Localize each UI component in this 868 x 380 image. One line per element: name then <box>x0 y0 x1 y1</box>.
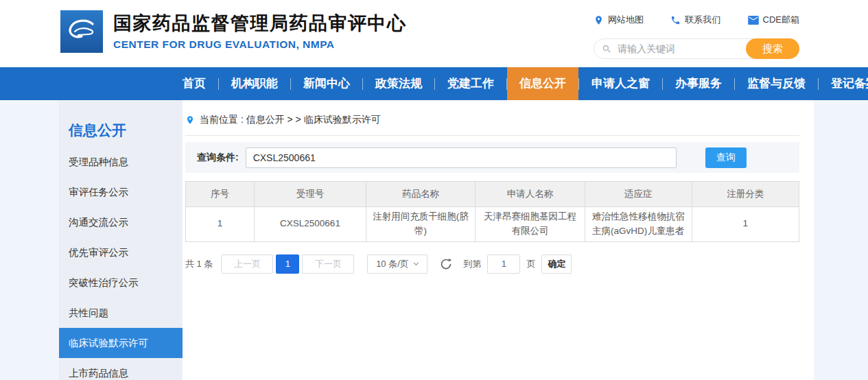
sidebar-item-marketed-drugs[interactable]: 上市药品信息 <box>59 358 183 380</box>
query-label: 查询条件: <box>197 152 239 164</box>
contact-link[interactable]: 联系我们 <box>670 14 720 26</box>
location-pin-icon <box>594 15 604 25</box>
nav-item-news-center[interactable]: 新闻中心 <box>291 67 362 100</box>
main-content: 当前位置 : 信息公开 > > 临床试验默示许可 查询条件: 查询 序号 受理号… <box>183 100 814 380</box>
phone-icon <box>670 15 681 25</box>
next-page-button[interactable]: 下一页 <box>302 254 354 274</box>
search-icon <box>602 44 612 54</box>
page-size-label: 10 条/页 <box>376 258 409 270</box>
cell-serial-number: 1 <box>186 207 255 242</box>
brand: 国家药品监督管理局药品审评中心 CENTER FOR DRUG EVALUATI… <box>60 10 407 53</box>
sidebar-item-review-tasks[interactable]: 审评任务公示 <box>59 177 183 207</box>
nav-item-registration-platform[interactable]: 登记备案平台 <box>819 67 868 100</box>
cde-logo-icon <box>60 10 103 53</box>
nav-item-supervision-feedback[interactable]: 监督与反馈 <box>735 67 818 100</box>
results-table: 序号 受理号 药品名称 申请人名称 适应症 注册分类 1 CXSL2500661… <box>185 181 799 242</box>
cde-mail-label: CDE邮箱 <box>763 14 799 26</box>
sidebar: 信息公开 受理品种信息 审评任务公示 沟通交流公示 优先审评公示 突破性治疗公示… <box>59 100 183 380</box>
breadcrumb-text: 当前位置 : 信息公开 > > 临床试验默示许可 <box>200 114 381 126</box>
nav-item-services[interactable]: 办事服务 <box>663 67 734 100</box>
cell-drug-name: 注射用间充质干细胞(脐带) <box>366 207 475 242</box>
nav-item-home[interactable]: 首页 <box>170 67 218 100</box>
goto-page-input[interactable] <box>487 254 520 274</box>
nav-item-applicant-window[interactable]: 申请人之窗 <box>579 67 662 100</box>
confirm-button[interactable]: 确定 <box>541 254 572 274</box>
page-number-1[interactable]: 1 <box>276 254 299 274</box>
cell-acceptance-number: CXSL2500661 <box>255 207 366 242</box>
cde-mail-link[interactable]: CDE邮箱 <box>748 14 799 26</box>
nav-item-policies[interactable]: 政策法规 <box>363 67 434 100</box>
site-title: 国家药品监督管理局药品审评中心 <box>113 12 407 36</box>
search-button[interactable]: 搜索 <box>746 38 799 59</box>
sidebar-item-clinical-trial-implied-license[interactable]: 临床试验默示许可 <box>59 328 183 358</box>
sitemap-link[interactable]: 网站地图 <box>594 14 644 26</box>
quick-links: 网站地图 联系我们 CDE邮箱 <box>594 14 799 26</box>
main-nav: 首页 机构职能 新闻中心 政策法规 党建工作 信息公开 申请人之窗 办事服务 监… <box>0 67 868 100</box>
goto-page-label: 到第 <box>463 258 481 270</box>
chevron-down-icon <box>413 262 419 266</box>
col-indication: 适应症 <box>585 182 692 207</box>
header-right: 网站地图 联系我们 CDE邮箱 搜索 <box>594 14 799 59</box>
page-unit-label: 页 <box>526 258 535 270</box>
col-applicant-name: 申请人名称 <box>475 182 585 207</box>
breadcrumb-pin-icon <box>185 115 195 126</box>
table-row: 1 CXSL2500661 注射用间充质干细胞(脐带) 天津昂赛细胞基因工程有限… <box>186 207 799 242</box>
sidebar-title: 信息公开 <box>59 115 183 147</box>
query-panel: 查询条件: 查询 <box>185 142 799 173</box>
cde-logo[interactable] <box>60 10 103 53</box>
page-background: 信息公开 受理品种信息 审评任务公示 沟通交流公示 优先审评公示 突破性治疗公示… <box>0 100 868 380</box>
sidebar-item-priority-review[interactable]: 优先审评公示 <box>59 237 183 268</box>
cell-applicant-name: 天津昂赛细胞基因工程有限公司 <box>475 207 585 242</box>
nav-item-info-disclosure[interactable]: 信息公开 <box>507 67 578 100</box>
col-registration-category: 注册分类 <box>692 182 799 207</box>
query-input[interactable] <box>246 147 677 168</box>
page-size-select[interactable]: 10 条/页 <box>367 254 427 274</box>
query-button[interactable]: 查询 <box>705 147 747 168</box>
nav-item-party-building[interactable]: 党建工作 <box>435 67 506 100</box>
sitemap-label: 网站地图 <box>608 14 644 26</box>
nav-item-org-functions[interactable]: 机构职能 <box>219 67 290 100</box>
sidebar-item-common-issues[interactable]: 共性问题 <box>59 298 183 328</box>
breadcrumb: 当前位置 : 信息公开 > > 临床试验默示许可 <box>185 114 799 136</box>
site-subtitle: CENTER FOR DRUG EVALUATION, NMPA <box>113 38 407 51</box>
col-acceptance-number: 受理号 <box>255 182 366 207</box>
table-header-row: 序号 受理号 药品名称 申请人名称 适应症 注册分类 <box>186 182 799 207</box>
sidebar-item-breakthrough-therapy[interactable]: 突破性治疗公示 <box>59 268 183 298</box>
col-drug-name: 药品名称 <box>366 182 475 207</box>
col-serial-number: 序号 <box>186 182 255 207</box>
envelope-icon <box>748 16 759 25</box>
header-search: 搜索 <box>594 38 799 59</box>
site-titles: 国家药品监督管理局药品审评中心 CENTER FOR DRUG EVALUATI… <box>113 12 407 51</box>
content-container: 信息公开 受理品种信息 审评任务公示 沟通交流公示 优先审评公示 突破性治疗公示… <box>59 100 814 380</box>
pagination: 共 1 条 上一页 1 下一页 10 条/页 到第 <box>185 254 799 274</box>
refresh-icon[interactable] <box>440 258 452 270</box>
contact-label: 联系我们 <box>685 14 720 26</box>
prev-page-button[interactable]: 上一页 <box>221 254 273 274</box>
sidebar-item-accepted-varieties[interactable]: 受理品种信息 <box>59 147 183 177</box>
sidebar-item-communication[interactable]: 沟通交流公示 <box>59 207 183 237</box>
cell-indication: 难治性急性移植物抗宿主病(aGvHD)儿童患者 <box>585 207 692 242</box>
total-count: 共 1 条 <box>185 258 213 270</box>
cell-registration-category: 1 <box>692 207 799 242</box>
site-header: 国家药品监督管理局药品审评中心 CENTER FOR DRUG EVALUATI… <box>0 0 868 67</box>
